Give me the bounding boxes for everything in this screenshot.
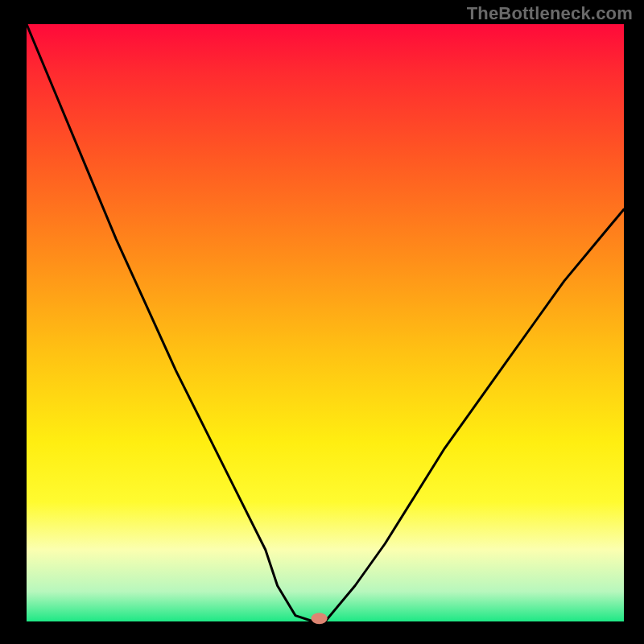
bottleneck-chart <box>0 0 644 644</box>
chart-container: TheBottleneck.com <box>0 0 644 644</box>
optimal-marker <box>312 613 328 624</box>
watermark-text: TheBottleneck.com <box>467 3 633 24</box>
